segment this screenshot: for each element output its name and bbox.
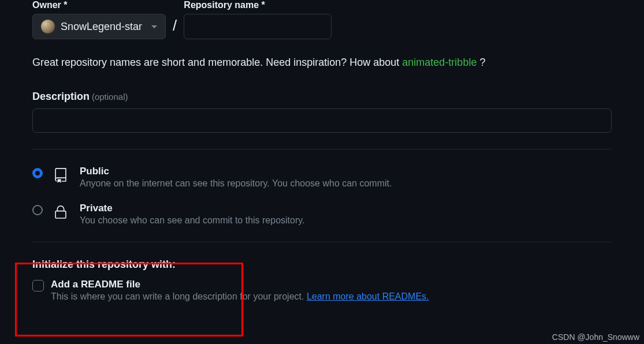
description-input[interactable] <box>32 109 612 133</box>
init-heading: Initialize this repository with: <box>32 259 612 271</box>
readme-title: Add a README file <box>51 279 429 290</box>
divider <box>32 149 612 149</box>
readme-checkbox[interactable] <box>32 280 44 291</box>
repo-name-input[interactable] <box>184 14 332 39</box>
lock-icon <box>53 204 69 223</box>
private-desc: You choose who can see and commit to thi… <box>80 215 612 226</box>
suggestion-link[interactable]: animated-tribble <box>402 57 477 68</box>
readme-learn-more-link[interactable]: Learn more about READMEs. <box>307 291 429 301</box>
readme-desc: This is where you can write a long descr… <box>51 291 429 302</box>
repo-icon <box>53 167 69 186</box>
avatar <box>41 20 55 33</box>
hint-prefix: Great repository names are short and mem… <box>32 57 402 68</box>
readme-desc-text: This is where you can write a long descr… <box>51 291 307 301</box>
public-desc: Anyone on the internet can see this repo… <box>80 178 612 189</box>
slash-separator: / <box>170 17 179 39</box>
name-hint: Great repository names are short and mem… <box>32 57 612 69</box>
optional-text: (optional) <box>92 92 128 102</box>
private-title: Private <box>80 203 612 214</box>
owner-select[interactable]: SnowLegend-star <box>32 14 166 39</box>
public-title: Public <box>80 166 612 177</box>
owner-selected-text: SnowLegend-star <box>61 21 142 33</box>
divider-2 <box>32 242 612 242</box>
hint-suffix: ? <box>477 57 485 68</box>
owner-label: Owner * <box>32 0 166 10</box>
description-label: Description <box>32 91 90 102</box>
private-radio[interactable] <box>32 205 43 215</box>
repo-name-label: Repository name * <box>184 0 332 10</box>
watermark: CSDN @John_Snowww <box>552 332 639 342</box>
public-radio[interactable] <box>32 168 43 178</box>
chevron-down-icon <box>151 25 157 28</box>
